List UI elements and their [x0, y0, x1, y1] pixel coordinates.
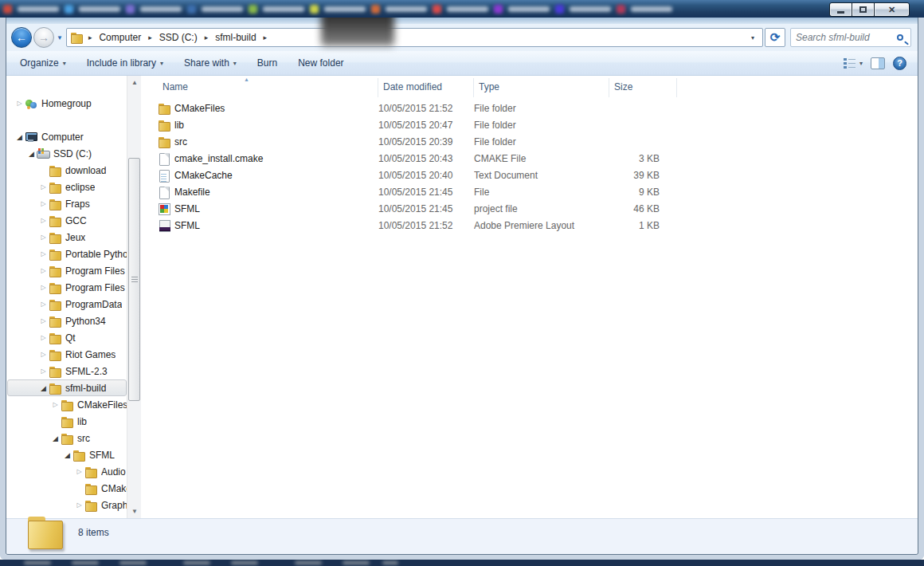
maximize-button[interactable]: [852, 2, 875, 17]
expanded-arrow-icon[interactable]: ◢: [38, 384, 49, 392]
search-input[interactable]: Search sfml-build: [790, 28, 911, 47]
breadcrumb-computer[interactable]: Computer: [97, 31, 143, 44]
collapsed-arrow-icon[interactable]: ▷: [38, 317, 49, 324]
column-header-name[interactable]: Name: [158, 78, 378, 97]
back-button[interactable]: ←: [11, 27, 32, 48]
collapsed-arrow-icon[interactable]: ▷: [38, 200, 49, 207]
collapsed-arrow-icon[interactable]: ▷: [38, 217, 49, 224]
scroll-down-icon[interactable]: ▼: [127, 505, 142, 518]
toolbar-include-in-library-button[interactable]: Include in library▾: [80, 54, 170, 72]
blurred-bookmark-label: [79, 6, 120, 12]
scroll-up-icon[interactable]: ▲: [127, 76, 142, 89]
file-row-cmakefiles-0[interactable]: CMakeFiles10/05/2015 21:52File folder: [142, 100, 918, 116]
collapsed-arrow-icon[interactable]: ▷: [74, 501, 84, 509]
column-header-date-modified[interactable]: Date modified: [378, 78, 474, 97]
collapsed-arrow-icon[interactable]: ▷: [38, 250, 49, 257]
collapsed-arrow-icon[interactable]: ▷: [38, 334, 49, 341]
sidebar-scrollbar[interactable]: ▲ ▼: [127, 76, 141, 518]
collapsed-arrow-icon[interactable]: ▷: [38, 267, 49, 274]
file-row-makefile-5[interactable]: Makefile10/05/2015 21:45File9 KB: [142, 183, 918, 200]
sidebar-item-portable-python[interactable]: ▷Portable Python: [6, 246, 127, 262]
collapsed-arrow-icon[interactable]: ▷: [38, 368, 49, 375]
sidebar-item-sfml-2-3[interactable]: ▷SFML-2.3: [6, 363, 127, 379]
preview-pane-button[interactable]: [871, 57, 885, 69]
sidebar-item-lib[interactable]: lib: [6, 413, 127, 430]
expanded-arrow-icon[interactable]: ◢: [50, 434, 61, 442]
sidebar-item-programdata[interactable]: ▷ProgramData: [6, 296, 127, 312]
file-name: lib: [158, 116, 374, 133]
sidebar-item-computer[interactable]: ◢Computer: [6, 128, 127, 145]
sfml-icon: [158, 202, 170, 215]
sidebar-item-riot-games[interactable]: ▷Riot Games: [6, 346, 127, 363]
file-row-src-2[interactable]: src10/05/2015 20:39File folder: [142, 133, 918, 150]
sidebar-item-ssd-c[interactable]: ◢SSD (C:): [6, 145, 127, 162]
sidebar-item-cmakefiles[interactable]: ▷CMakeFiles: [6, 396, 127, 413]
sidebar-item-gcc[interactable]: ▷GCC: [6, 212, 127, 229]
scrollbar-thumb[interactable]: [128, 158, 140, 401]
sidebar-item-fraps[interactable]: ▷Fraps: [6, 195, 127, 212]
scrollbar-grip-icon: [131, 277, 138, 283]
collapsed-arrow-icon[interactable]: ▷: [38, 234, 49, 241]
sidebar-item-program-files-x[interactable]: ▷Program Files (x: [6, 279, 127, 296]
forward-button[interactable]: →: [33, 27, 54, 48]
collapsed-arrow-icon[interactable]: ▷: [50, 401, 61, 408]
file-size: [609, 116, 660, 133]
collapsed-arrow-icon[interactable]: ▷: [14, 100, 25, 107]
sidebar-item-label: GCC: [65, 215, 87, 226]
breadcrumb-ssd-c[interactable]: SSD (C:): [158, 31, 199, 44]
close-button[interactable]: ✕: [874, 2, 910, 17]
sidebar-item-qt[interactable]: ▷Qt: [6, 329, 127, 346]
file-row-cmake-install-cmake-3[interactable]: cmake_install.cmake10/05/2015 20:43CMAKE…: [142, 150, 918, 167]
change-view-button[interactable]: ▾: [844, 57, 863, 69]
address-bar: ← → ▼ ▸ Computer ▸ SSD (C:) ▸ sfml-build…: [6, 24, 918, 51]
collapsed-arrow-icon[interactable]: ▷: [38, 284, 49, 291]
toolbar-organize-button[interactable]: Organize▾: [13, 54, 73, 72]
collapsed-arrow-icon[interactable]: ▷: [38, 301, 49, 308]
collapsed-arrow-icon[interactable]: ▷: [38, 183, 49, 191]
toolbar-share-with-button[interactable]: Share with▾: [177, 54, 244, 72]
blurred-bookmark-icon: [249, 5, 257, 14]
sidebar-item-program-files[interactable]: ▷Program Files: [6, 262, 127, 279]
collapsed-arrow-icon[interactable]: ▷: [74, 468, 84, 475]
sidebar-item-graphics[interactable]: ▷Graphics: [6, 497, 127, 513]
sidebar-item-src[interactable]: ◢src: [6, 430, 127, 446]
collapsed-arrow-icon[interactable]: ▷: [38, 351, 49, 358]
breadcrumb[interactable]: ▸ Computer ▸ SSD (C:) ▸ sfml-build ▸ ▾: [66, 28, 763, 47]
sidebar-item-sfml-build[interactable]: ◢sfml-build: [6, 379, 127, 396]
explorer-window: ← → ▼ ▸ Computer ▸ SSD (C:) ▸ sfml-build…: [0, 18, 924, 560]
expanded-arrow-icon[interactable]: ◢: [14, 133, 25, 141]
column-header-size[interactable]: Size: [609, 78, 677, 97]
file-row-cmakecache-4[interactable]: CMakeCache10/05/2015 20:40Text Document3…: [142, 167, 918, 183]
file-row-sfml-6[interactable]: SFML10/05/2015 21:45project file46 KB: [142, 200, 918, 217]
help-button[interactable]: ?: [893, 57, 906, 70]
file-date-modified: 10/05/2015 20:40: [378, 167, 474, 183]
folder-icon: [158, 119, 170, 132]
minimize-button[interactable]: [829, 2, 852, 17]
sidebar-item-label: Program Files (x: [65, 282, 127, 293]
column-header-type[interactable]: Type: [474, 78, 609, 97]
sidebar-item-eclipse[interactable]: ▷eclipse: [6, 179, 127, 195]
file-row-sfml-7[interactable]: SFML10/05/2015 21:52Adobe Premiere Layou…: [142, 217, 918, 234]
history-dropdown-icon[interactable]: ▼: [57, 34, 63, 41]
toolbar-new-folder-button[interactable]: New folder: [291, 54, 350, 72]
file-type: Text Document: [474, 167, 609, 183]
chevron-down-icon: ▾: [859, 60, 863, 67]
refresh-button[interactable]: ⟳: [765, 28, 785, 47]
file-size: [609, 133, 660, 150]
address-dropdown-icon[interactable]: ▾: [746, 34, 759, 41]
sidebar-item-jeux[interactable]: ▷Jeux: [6, 229, 127, 246]
sidebar-item-sfml[interactable]: ◢SFML: [6, 446, 127, 463]
window-controls: ✕: [829, 2, 910, 17]
breadcrumb-sfml-build[interactable]: sfml-build: [213, 31, 257, 44]
file-row-lib-1[interactable]: lib10/05/2015 20:47File folder: [142, 116, 918, 133]
sidebar-item-audio[interactable]: ▷Audio: [6, 463, 127, 480]
blurred-bookmark-icon: [617, 5, 625, 14]
sidebar-item-python34[interactable]: ▷Python34: [6, 312, 127, 329]
expanded-arrow-icon[interactable]: ◢: [26, 150, 37, 158]
sidebar-item-homegroup[interactable]: ▷Homegroup: [6, 95, 127, 112]
sidebar-item-download[interactable]: download: [6, 162, 127, 179]
sidebar-item-cmakefiles[interactable]: CMakeFiles: [6, 480, 127, 497]
toolbar-burn-button[interactable]: Burn: [250, 54, 284, 72]
expanded-arrow-icon[interactable]: ◢: [62, 451, 72, 459]
file-name-label: SFML: [174, 220, 200, 231]
